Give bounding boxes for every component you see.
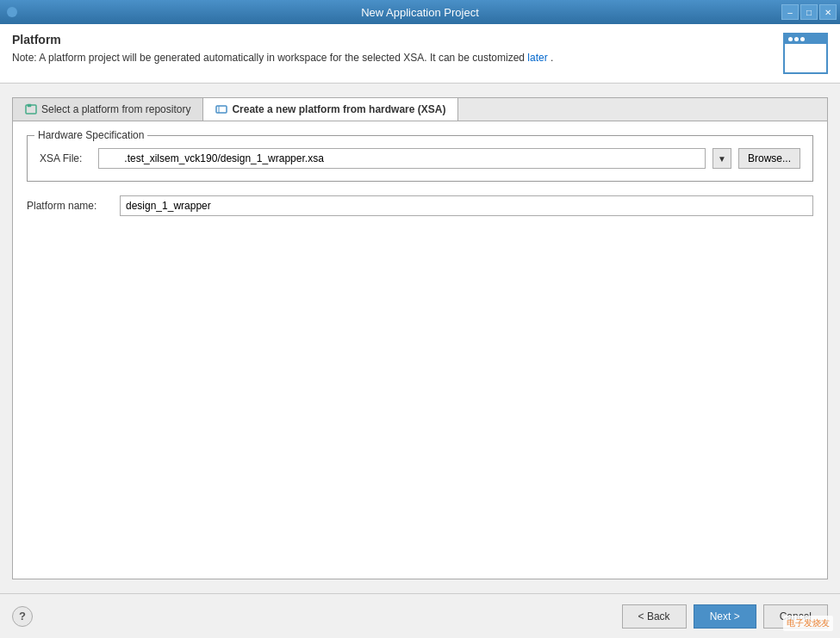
maximize-button[interactable]: □ [800, 4, 818, 20]
svg-rect-1 [28, 104, 31, 107]
platform-note-text: Note: A platform project will be generat… [12, 52, 525, 64]
close-button[interactable]: ✕ [819, 4, 837, 20]
window-controls: – □ ✕ [781, 4, 837, 20]
platform-title: Platform [12, 33, 553, 46]
bottom-bar: ? < Back Next > Cancel [0, 593, 840, 638]
back-button[interactable]: < Back [622, 604, 687, 629]
xsa-file-label: XSA File: [40, 152, 91, 164]
svg-rect-2 [216, 106, 227, 113]
dialog-body: Platform Note: A platform project will b… [0, 24, 840, 638]
platform-name-input[interactable] [120, 195, 813, 216]
icon-dot-3 [800, 37, 805, 41]
tab-repo-label: Select a platform from repository [41, 103, 190, 115]
content-area: Select a platform from repository Create… [0, 84, 840, 593]
window-title: New Application Project [361, 6, 479, 19]
platform-note: Note: A platform project will be generat… [12, 52, 553, 64]
platform-icon-box [783, 33, 828, 74]
next-button[interactable]: Next > [694, 604, 756, 629]
hardware-spec-group: Hardware Specification XSA File: ▼ Brows… [27, 135, 813, 182]
tab-hardware[interactable]: Create a new platform from hardware (XSA… [203, 98, 458, 121]
xsa-file-input[interactable] [98, 148, 706, 169]
hardware-spec-legend: Hardware Specification [34, 129, 147, 141]
bottom-actions: < Back Next > Cancel [622, 604, 828, 629]
platform-note-end: . [551, 52, 553, 64]
platform-icon-inner [785, 44, 826, 72]
platform-header: Platform Note: A platform project will b… [0, 24, 840, 84]
minimize-button[interactable]: – [781, 4, 799, 20]
hardware-icon [215, 103, 227, 115]
platform-name-label: Platform name: [27, 200, 113, 212]
tab-hardware-label: Create a new platform from hardware (XSA… [232, 103, 445, 115]
title-bar: New Application Project – □ ✕ [0, 0, 840, 24]
content-spacer [27, 230, 813, 565]
browse-button[interactable]: Browse... [738, 148, 800, 169]
icon-dot-2 [794, 37, 799, 41]
platform-icon-dots [785, 34, 826, 44]
cancel-button[interactable]: Cancel [763, 604, 828, 629]
help-button[interactable]: ? [12, 606, 33, 627]
title-dot [7, 7, 17, 17]
xsa-file-row: XSA File: ▼ Browse... [40, 148, 800, 169]
tab-bar: Select a platform from repository Create… [12, 97, 828, 121]
platform-note-link[interactable]: later [527, 52, 547, 64]
icon-dot-1 [788, 37, 793, 41]
platform-header-left: Platform Note: A platform project will b… [12, 33, 553, 64]
platform-name-row: Platform name: [27, 195, 813, 216]
tab-panel: Hardware Specification XSA File: ▼ Brows… [12, 121, 828, 579]
repo-icon [25, 103, 37, 115]
xsa-dropdown-button[interactable]: ▼ [712, 148, 731, 169]
tab-repo[interactable]: Select a platform from repository [13, 98, 203, 121]
